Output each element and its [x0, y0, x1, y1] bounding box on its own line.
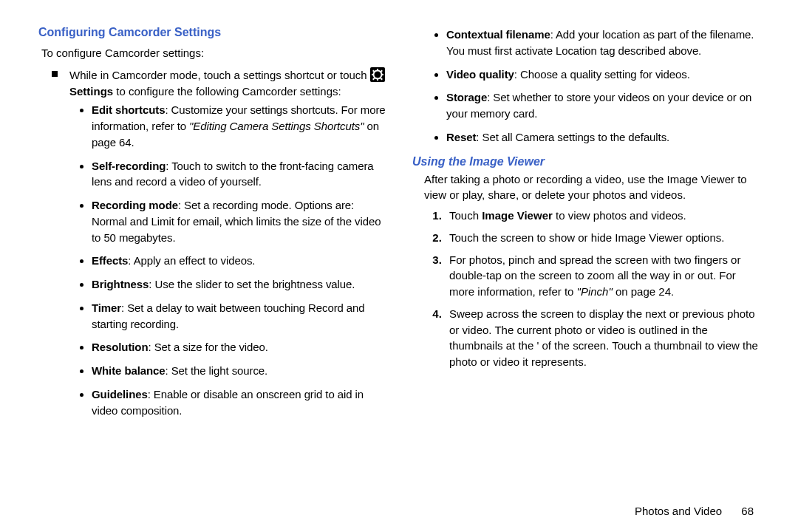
- bullet-resolution: Resolution: Set a size for the video.: [92, 339, 386, 355]
- square-text-pre: While in Camcorder mode, touch a setting…: [69, 69, 370, 81]
- right-column: Contextual filename: Add your location a…: [412, 24, 760, 517]
- svg-rect-4: [381, 74, 383, 75]
- step-3: For photos, pinch and spread the screen …: [445, 252, 760, 300]
- image-viewer-steps: Touch Image Viewer to view photos and vi…: [412, 208, 760, 370]
- bullet-brightness: Brightness: Use the slider to set the br…: [92, 276, 386, 293]
- square-text-post: to configure the following Camcorder set…: [113, 85, 341, 98]
- bullet-edit-shortcuts: Edit shortcuts: Customize your settings …: [92, 102, 386, 150]
- step-4: Sweep across the screen to display the n…: [445, 306, 760, 370]
- bullet-timer: Timer: Set a delay to wait between touch…: [92, 300, 386, 332]
- svg-point-0: [376, 73, 379, 76]
- step-2: Touch the screen to show or hide Image V…: [445, 230, 760, 246]
- bullet-recording-mode: Recording mode: Set a recording mode. Op…: [92, 197, 386, 245]
- page-footer: Photos and Video 68: [635, 505, 754, 517]
- svg-rect-1: [377, 69, 378, 71]
- svg-rect-3: [372, 74, 374, 75]
- bullet-effects: Effects: Apply an effect to videos.: [92, 253, 386, 269]
- bullet-contextual-filename: Contextual filename: Add your location a…: [446, 27, 760, 59]
- gear-icon: [370, 67, 385, 82]
- step-1: Touch Image Viewer to view photos and vi…: [445, 208, 760, 224]
- heading-configuring: Configuring Camcorder Settings: [38, 24, 386, 41]
- heading-image-viewer: Using the Image Viewer: [412, 153, 760, 170]
- footer-section: Photos and Video: [635, 505, 722, 517]
- svg-rect-2: [377, 78, 378, 81]
- image-viewer-intro: After taking a photo or recording a vide…: [412, 171, 760, 204]
- bullet-guidelines: Guidelines: Enable or disable an onscree…: [92, 386, 386, 419]
- settings-bullet-list: Edit shortcuts: Customize your settings …: [38, 102, 386, 418]
- footer-page-number: 68: [741, 505, 754, 517]
- bullet-storage: Storage: Set whether to store your video…: [446, 89, 760, 122]
- intro-line: To configure Camcorder settings:: [38, 45, 386, 61]
- settings-bullet-list-continued: Contextual filename: Add your location a…: [412, 27, 760, 146]
- square-bullet-item: While in Camcorder mode, touch a setting…: [38, 67, 386, 100]
- bullet-video-quality: Video quality: Choose a quality setting …: [446, 66, 760, 83]
- manual-page: Configuring Camcorder Settings To config…: [0, 0, 798, 532]
- bullet-white-balance: White balance: Set the light source.: [92, 363, 386, 379]
- settings-label: Settings: [69, 85, 113, 98]
- left-column: Configuring Camcorder Settings To config…: [38, 24, 386, 517]
- bullet-reset: Reset: Set all Camera settings to the de…: [446, 129, 760, 146]
- bullet-self-recording: Self-recording: Touch to switch to the f…: [92, 158, 386, 191]
